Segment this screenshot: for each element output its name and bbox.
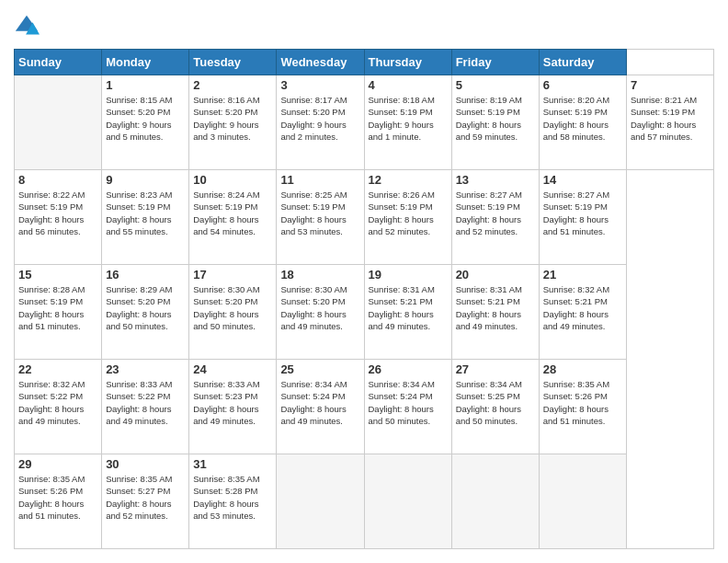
cell-info: Sunrise: 8:32 AMSunset: 5:22 PMDaylight:… [18, 379, 85, 426]
weekday-header-sunday: Sunday [15, 50, 102, 75]
day-number: 26 [369, 362, 448, 376]
weekday-header-row: SundayMondayTuesdayWednesdayThursdayFrid… [15, 50, 714, 75]
cell-info: Sunrise: 8:34 AMSunset: 5:25 PMDaylight:… [456, 379, 522, 426]
cell-info: Sunrise: 8:35 AMSunset: 5:26 PMDaylight:… [18, 474, 85, 521]
calendar-cell-12: 12Sunrise: 8:26 AMSunset: 5:19 PMDayligh… [364, 170, 451, 265]
calendar-cell-3: 3Sunrise: 8:17 AMSunset: 5:20 PMDaylight… [277, 75, 364, 170]
calendar-cell-20: 20Sunrise: 8:31 AMSunset: 5:21 PMDayligh… [451, 265, 539, 360]
empty-cell [364, 454, 451, 549]
weekday-header-monday: Monday [102, 50, 189, 75]
empty-cell [539, 454, 626, 549]
cell-info: Sunrise: 8:27 AMSunset: 5:19 PMDaylight:… [543, 190, 609, 236]
cell-info: Sunrise: 8:23 AMSunset: 5:19 PMDaylight:… [106, 190, 172, 236]
cell-info: Sunrise: 8:15 AMSunset: 5:20 PMDaylight:… [106, 95, 172, 142]
day-number: 4 [369, 78, 448, 92]
cell-info: Sunrise: 8:31 AMSunset: 5:21 PMDaylight:… [456, 284, 522, 331]
day-number: 24 [193, 362, 272, 376]
day-number: 27 [456, 362, 535, 376]
calendar-cell-8: 8Sunrise: 8:22 AMSunset: 5:19 PMDaylight… [15, 170, 102, 265]
weekday-header-tuesday: Tuesday [189, 50, 277, 75]
calendar-cell-26: 26Sunrise: 8:34 AMSunset: 5:24 PMDayligh… [364, 360, 451, 454]
cell-info: Sunrise: 8:30 AMSunset: 5:20 PMDaylight:… [280, 284, 347, 331]
day-number: 12 [369, 173, 448, 187]
cell-info: Sunrise: 8:34 AMSunset: 5:24 PMDaylight:… [369, 379, 435, 426]
day-number: 2 [193, 78, 272, 92]
calendar-cell-25: 25Sunrise: 8:34 AMSunset: 5:24 PMDayligh… [277, 360, 364, 454]
calendar-cell-2: 2Sunrise: 8:16 AMSunset: 5:20 PMDaylight… [189, 75, 277, 170]
calendar-cell-17: 17Sunrise: 8:30 AMSunset: 5:20 PMDayligh… [189, 265, 277, 360]
cell-info: Sunrise: 8:27 AMSunset: 5:19 PMDaylight:… [456, 190, 522, 236]
day-number: 14 [543, 173, 622, 187]
cell-info: Sunrise: 8:35 AMSunset: 5:28 PMDaylight:… [193, 474, 259, 521]
day-number: 7 [631, 78, 710, 92]
day-number: 18 [280, 268, 359, 282]
cell-info: Sunrise: 8:35 AMSunset: 5:27 PMDaylight:… [106, 474, 172, 521]
day-number: 20 [456, 268, 535, 282]
cell-info: Sunrise: 8:31 AMSunset: 5:21 PMDaylight:… [369, 284, 435, 331]
calendar-cell-22: 22Sunrise: 8:32 AMSunset: 5:22 PMDayligh… [15, 360, 102, 454]
cell-info: Sunrise: 8:33 AMSunset: 5:23 PMDaylight:… [193, 379, 259, 426]
cell-info: Sunrise: 8:24 AMSunset: 5:19 PMDaylight:… [193, 190, 259, 236]
calendar-cell-13: 13Sunrise: 8:27 AMSunset: 5:19 PMDayligh… [451, 170, 539, 265]
calendar-cell-27: 27Sunrise: 8:34 AMSunset: 5:25 PMDayligh… [451, 360, 539, 454]
cell-info: Sunrise: 8:29 AMSunset: 5:20 PMDaylight:… [106, 284, 172, 331]
calendar-cell-29: 29Sunrise: 8:35 AMSunset: 5:26 PMDayligh… [15, 454, 102, 549]
calendar-cell-7: 7Sunrise: 8:21 AMSunset: 5:19 PMDaylight… [626, 75, 713, 170]
calendar-cell-30: 30Sunrise: 8:35 AMSunset: 5:27 PMDayligh… [102, 454, 189, 549]
day-number: 9 [106, 173, 185, 187]
day-number: 30 [106, 457, 185, 471]
calendar-cell-11: 11Sunrise: 8:25 AMSunset: 5:19 PMDayligh… [277, 170, 364, 265]
calendar-cell-28: 28Sunrise: 8:35 AMSunset: 5:26 PMDayligh… [539, 360, 626, 454]
cell-info: Sunrise: 8:20 AMSunset: 5:19 PMDaylight:… [543, 95, 609, 142]
cell-info: Sunrise: 8:16 AMSunset: 5:20 PMDaylight:… [193, 95, 259, 142]
day-number: 8 [18, 173, 97, 187]
day-number: 31 [193, 457, 272, 471]
weekday-header-saturday: Saturday [539, 50, 626, 75]
day-number: 23 [106, 362, 185, 376]
calendar-cell-4: 4Sunrise: 8:18 AMSunset: 5:19 PMDaylight… [364, 75, 451, 170]
cell-info: Sunrise: 8:22 AMSunset: 5:19 PMDaylight:… [18, 190, 85, 236]
cell-info: Sunrise: 8:21 AMSunset: 5:19 PMDaylight:… [631, 95, 697, 142]
cell-info: Sunrise: 8:34 AMSunset: 5:24 PMDaylight:… [280, 379, 347, 426]
calendar-cell-15: 15Sunrise: 8:28 AMSunset: 5:19 PMDayligh… [15, 265, 102, 360]
calendar-cell-14: 14Sunrise: 8:27 AMSunset: 5:19 PMDayligh… [539, 170, 626, 265]
header [14, 14, 714, 40]
empty-cell [277, 454, 364, 549]
cell-info: Sunrise: 8:28 AMSunset: 5:19 PMDaylight:… [18, 284, 85, 331]
day-number: 3 [280, 78, 359, 92]
cell-info: Sunrise: 8:19 AMSunset: 5:19 PMDaylight:… [456, 95, 522, 142]
calendar-cell-19: 19Sunrise: 8:31 AMSunset: 5:21 PMDayligh… [364, 265, 451, 360]
cell-info: Sunrise: 8:30 AMSunset: 5:20 PMDaylight:… [193, 284, 259, 331]
calendar-cell-31: 31Sunrise: 8:35 AMSunset: 5:28 PMDayligh… [189, 454, 277, 549]
day-number: 15 [18, 268, 97, 282]
calendar-cell-6: 6Sunrise: 8:20 AMSunset: 5:19 PMDaylight… [539, 75, 626, 170]
cell-info: Sunrise: 8:17 AMSunset: 5:20 PMDaylight:… [280, 95, 347, 142]
day-number: 17 [193, 268, 272, 282]
calendar-table: SundayMondayTuesdayWednesdayThursdayFrid… [14, 49, 714, 549]
calendar-cell-9: 9Sunrise: 8:23 AMSunset: 5:19 PMDaylight… [102, 170, 189, 265]
day-number: 22 [18, 362, 97, 376]
day-number: 1 [106, 78, 185, 92]
calendar-cell-23: 23Sunrise: 8:33 AMSunset: 5:22 PMDayligh… [102, 360, 189, 454]
calendar-cell-18: 18Sunrise: 8:30 AMSunset: 5:20 PMDayligh… [277, 265, 364, 360]
cell-info: Sunrise: 8:35 AMSunset: 5:26 PMDaylight:… [543, 379, 609, 426]
calendar-cell-1: 1Sunrise: 8:15 AMSunset: 5:20 PMDaylight… [102, 75, 189, 170]
day-number: 6 [543, 78, 622, 92]
day-number: 16 [106, 268, 185, 282]
cell-info: Sunrise: 8:26 AMSunset: 5:19 PMDaylight:… [369, 190, 435, 236]
calendar-cell-5: 5Sunrise: 8:19 AMSunset: 5:19 PMDaylight… [451, 75, 539, 170]
cell-info: Sunrise: 8:25 AMSunset: 5:19 PMDaylight:… [280, 190, 347, 236]
empty-cell [15, 75, 102, 170]
page: SundayMondayTuesdayWednesdayThursdayFrid… [0, 0, 728, 563]
weekday-header-friday: Friday [451, 50, 539, 75]
day-number: 29 [18, 457, 97, 471]
calendar-cell-16: 16Sunrise: 8:29 AMSunset: 5:20 PMDayligh… [102, 265, 189, 360]
day-number: 19 [369, 268, 448, 282]
day-number: 13 [456, 173, 535, 187]
weekday-header-thursday: Thursday [364, 50, 451, 75]
cell-info: Sunrise: 8:18 AMSunset: 5:19 PMDaylight:… [369, 95, 435, 142]
day-number: 5 [456, 78, 535, 92]
empty-cell [451, 454, 539, 549]
logo-icon [14, 14, 40, 40]
weekday-header-wednesday: Wednesday [277, 50, 364, 75]
